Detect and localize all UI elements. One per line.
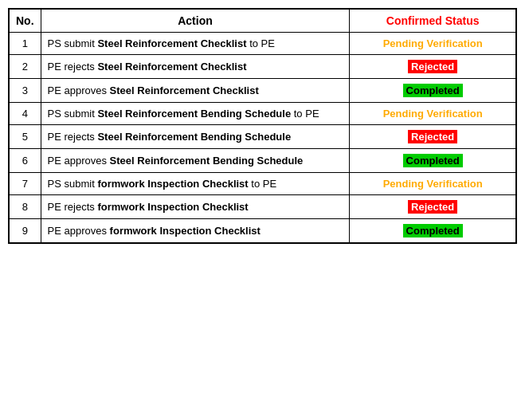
row-status: Pending Verification (350, 33, 516, 55)
row-action: PS submit Steel Reinforcement Bending Sc… (41, 103, 350, 125)
action-prefix: PE approves (48, 155, 110, 167)
action-bold: Steel Reinforcement Checklist (97, 37, 246, 49)
status-badge: Rejected (408, 130, 457, 143)
row-number: 2 (9, 55, 41, 79)
action-bold: Steel Reinforcement Bending Schedule (97, 131, 291, 143)
action-bold: formwork Inspection Checklist (97, 178, 248, 190)
row-number: 9 (9, 219, 41, 244)
status-badge: Completed (403, 84, 463, 97)
row-number: 8 (9, 195, 41, 219)
action-prefix: PS submit (48, 108, 98, 120)
action-prefix: PE rejects (48, 131, 98, 143)
row-status: Pending Verification (350, 103, 516, 125)
action-suffix: to PE (247, 37, 275, 49)
row-status: Completed (350, 79, 516, 103)
row-status: Completed (350, 219, 516, 244)
status-badge: Rejected (408, 200, 457, 214)
row-action: PE rejects Steel Reinforcement Checklist (41, 55, 350, 79)
table-row: 2PE rejects Steel Reinforcement Checklis… (9, 55, 516, 79)
status-badge: Pending Verification (383, 37, 483, 49)
table-row: 7PS submit formwork Inspection Checklist… (9, 173, 516, 195)
row-status: Rejected (350, 55, 516, 79)
action-suffix: to PE (249, 178, 276, 190)
header-action: Action (41, 9, 350, 33)
action-bold: formwork Inspection Checklist (110, 225, 261, 237)
action-bold: Steel Reinforcement Checklist (110, 84, 259, 96)
action-suffix: to PE (291, 108, 319, 120)
header-no: No. (9, 9, 41, 33)
table-row: 4PS submit Steel Reinforcement Bending S… (9, 103, 516, 125)
action-bold: Steel Reinforcement Bending Schedule (110, 155, 304, 167)
row-status: Completed (350, 149, 516, 173)
row-number: 5 (9, 125, 41, 149)
row-number: 6 (9, 149, 41, 173)
status-badge: Pending Verification (383, 178, 483, 190)
table-row: 5PE rejects Steel Reinforcement Bending … (9, 125, 516, 149)
table-row: 3PE approves Steel Reinforcement Checkli… (9, 79, 516, 103)
action-prefix: PS submit (48, 178, 98, 190)
action-prefix: PE rejects (48, 61, 98, 73)
status-badge: Completed (403, 224, 463, 237)
row-action: PE rejects formwork Inspection Checklist (41, 195, 350, 219)
row-action: PS submit Steel Reinforcement Checklist … (41, 33, 350, 55)
row-number: 3 (9, 79, 41, 103)
row-action: PE rejects Steel Reinforcement Bending S… (41, 125, 350, 149)
row-action: PE approves formwork Inspection Checklis… (41, 219, 350, 244)
action-bold: Steel Reinforcement Checklist (97, 61, 246, 73)
action-prefix: PE approves (48, 84, 110, 96)
row-number: 1 (9, 33, 41, 55)
header-status: Confirmed Status (350, 9, 516, 33)
row-number: 7 (9, 173, 41, 195)
row-action: PS submit formwork Inspection Checklist … (41, 173, 350, 195)
table-row: 6PE approves Steel Reinforcement Bending… (9, 149, 516, 173)
action-prefix: PS submit (48, 37, 98, 49)
row-action: PE approves Steel Reinforcement Checklis… (41, 79, 350, 103)
row-number: 4 (9, 103, 41, 125)
status-badge: Pending Verification (383, 108, 483, 120)
main-table: No. Action Confirmed Status 1PS submit S… (8, 8, 517, 244)
row-status: Rejected (350, 125, 516, 149)
status-badge: Completed (403, 154, 463, 167)
table-row: 8PE rejects formwork Inspection Checklis… (9, 195, 516, 219)
action-bold: formwork Inspection Checklist (97, 201, 248, 213)
status-badge: Rejected (408, 60, 457, 73)
action-bold: Steel Reinforcement Bending Schedule (97, 108, 291, 120)
row-action: PE approves Steel Reinforcement Bending … (41, 149, 350, 173)
row-status: Rejected (350, 195, 516, 219)
action-prefix: PE rejects (48, 201, 98, 213)
table-row: 1PS submit Steel Reinforcement Checklist… (9, 33, 516, 55)
row-status: Pending Verification (350, 173, 516, 195)
table-row: 9PE approves formwork Inspection Checkli… (9, 219, 516, 244)
action-prefix: PE approves (48, 225, 110, 237)
